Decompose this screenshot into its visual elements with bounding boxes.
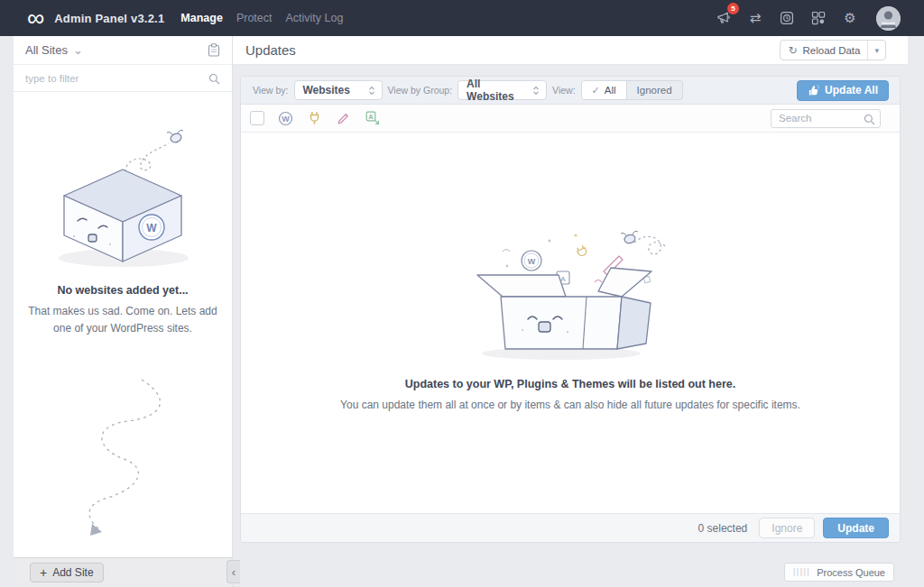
sites-dropdown[interactable]: All Sites bbox=[25, 43, 68, 57]
caret-down-icon[interactable]: ▾ bbox=[868, 46, 885, 55]
translation-filter-icon[interactable]: A bbox=[365, 111, 380, 126]
update-button[interactable]: Update bbox=[823, 518, 889, 538]
view-by-value: Websites bbox=[303, 84, 360, 96]
updates-panel: View by: Websites View by Group: All Web… bbox=[240, 76, 901, 543]
page-title: Updates bbox=[245, 42, 296, 58]
announcements-icon[interactable]: 5 bbox=[715, 9, 733, 27]
update-all-label: Update All bbox=[825, 84, 878, 96]
view-by-select[interactable]: Websites bbox=[294, 80, 383, 100]
select-arrows-icon bbox=[367, 85, 376, 96]
main-nav: Manage Protect Activity Log bbox=[180, 12, 343, 24]
plugin-filter-icon[interactable] bbox=[307, 111, 322, 126]
thumbs-up-icon bbox=[808, 85, 819, 96]
svg-text:W: W bbox=[146, 222, 157, 234]
svg-text:A: A bbox=[560, 275, 566, 283]
view-by-label: View by: bbox=[253, 85, 289, 96]
nav-manage[interactable]: Manage bbox=[180, 12, 223, 24]
add-site-button[interactable]: + Add Site bbox=[30, 563, 104, 582]
apps-grid-icon[interactable] bbox=[809, 9, 827, 27]
add-site-label: Add Site bbox=[52, 566, 93, 579]
select-all-checkbox[interactable] bbox=[250, 111, 264, 125]
selected-count: 0 selected bbox=[698, 522, 748, 535]
sidebar-collapse-toggle[interactable]: ‹ bbox=[226, 560, 240, 583]
backup-history-icon[interactable] bbox=[778, 9, 796, 27]
svg-text:A: A bbox=[368, 113, 374, 121]
wordpress-filter-icon[interactable]: W bbox=[278, 111, 293, 126]
infinity-logo-icon: ∞ bbox=[27, 2, 44, 34]
view-all-toggle[interactable]: ✓ All bbox=[582, 81, 627, 99]
empty-box-illustration: W bbox=[44, 124, 202, 273]
reload-label: Reload Data bbox=[803, 45, 868, 56]
nav-protect[interactable]: Protect bbox=[236, 12, 273, 24]
sidebar-footer: + Add Site bbox=[14, 557, 232, 587]
plus-icon: + bbox=[40, 566, 47, 579]
updates-filter-bar: View by: Websites View by Group: All Web… bbox=[241, 77, 900, 105]
empty-state-subtitle: You can update them all at once or by it… bbox=[340, 399, 800, 411]
queue-bars-icon: ||||| bbox=[793, 568, 810, 576]
view-all-label: All bbox=[605, 85, 616, 96]
updates-toolbar: W A bbox=[241, 105, 900, 133]
main-header: Updates ↻ Reload Data ▾ bbox=[233, 36, 908, 65]
sites-sidebar: All Sites ⌄ bbox=[14, 36, 233, 587]
top-navbar: ∞ Admin Panel v3.2.1 Manage Protect Acti… bbox=[0, 0, 924, 36]
fly-icon bbox=[621, 231, 638, 244]
theme-filter-icon[interactable] bbox=[336, 111, 351, 126]
clipboard-icon[interactable] bbox=[208, 43, 220, 57]
svg-text:W: W bbox=[528, 257, 536, 266]
sidebar-empty-body: That makes us sad. Come on. Lets add one… bbox=[27, 303, 218, 336]
view-ignored-toggle[interactable]: Ignored bbox=[627, 81, 682, 99]
search-icon bbox=[864, 113, 875, 129]
view-label: View: bbox=[552, 85, 576, 96]
ignore-button[interactable]: Ignore bbox=[759, 518, 815, 538]
settings-gear-icon[interactable]: ⚙ bbox=[841, 9, 859, 27]
plugin-confetti bbox=[576, 245, 587, 257]
sync-icon[interactable]: ⇄ bbox=[746, 9, 764, 27]
reload-data-button[interactable]: ↻ Reload Data ▾ bbox=[780, 40, 886, 60]
fly-icon bbox=[167, 130, 183, 143]
view-toggle-group: ✓ All Ignored bbox=[581, 80, 683, 100]
site-filter-input[interactable] bbox=[25, 73, 220, 84]
bulk-actions-footer: 0 selected Ignore Update bbox=[241, 513, 900, 542]
empty-state: W A bbox=[241, 226, 900, 411]
search-icon bbox=[208, 72, 220, 88]
sidebar-empty-title: No websites added yet... bbox=[14, 284, 232, 297]
dotted-squiggle-decoration bbox=[51, 375, 178, 546]
view-ignored-label: Ignored bbox=[637, 85, 672, 96]
view-by-group-value: All Websites bbox=[467, 78, 524, 103]
process-queue-button[interactable]: ||||| Process Queue bbox=[784, 563, 894, 582]
table-search bbox=[771, 109, 881, 128]
chevron-down-icon[interactable]: ⌄ bbox=[73, 46, 83, 55]
empty-state-title: Updates to your WP, Plugins & Themes wil… bbox=[405, 378, 736, 390]
user-avatar[interactable] bbox=[876, 6, 901, 31]
sites-dropdown-row: All Sites ⌄ bbox=[14, 36, 232, 65]
check-icon: ✓ bbox=[592, 85, 600, 96]
nav-activity-log[interactable]: Activity Log bbox=[286, 12, 344, 24]
navbar-icons: 5 ⇄ ⚙ bbox=[715, 6, 901, 31]
open-box-illustration: W A bbox=[467, 226, 674, 362]
select-arrows-icon bbox=[531, 85, 541, 96]
view-by-group-select[interactable]: All Websites bbox=[457, 80, 547, 100]
update-all-button[interactable]: Update All bbox=[797, 80, 889, 101]
brand-title: Admin Panel v3.2.1 bbox=[54, 12, 164, 25]
svg-text:W: W bbox=[282, 115, 290, 124]
reload-icon: ↻ bbox=[781, 44, 802, 57]
view-by-group-label: View by Group: bbox=[388, 85, 453, 96]
notification-badge: 5 bbox=[727, 3, 739, 14]
process-queue-label: Process Queue bbox=[817, 567, 885, 578]
sidebar-filter-row bbox=[14, 65, 232, 92]
updates-content: W A bbox=[241, 133, 900, 513]
